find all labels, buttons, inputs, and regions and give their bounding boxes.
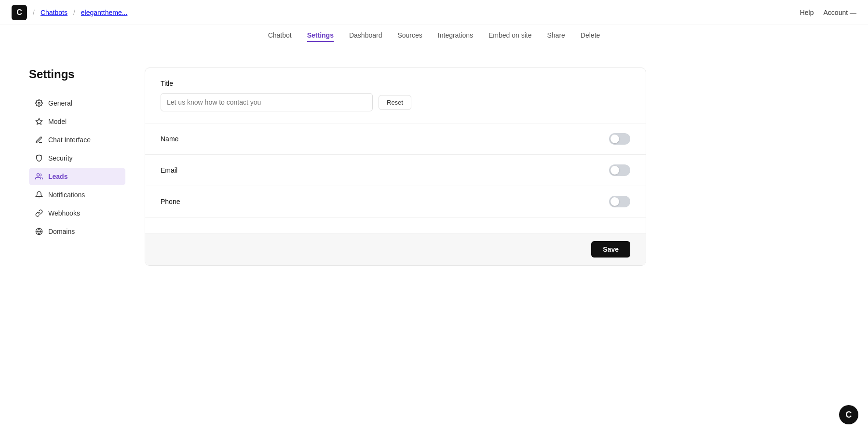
sidebar-item-general[interactable]: General — [29, 95, 125, 112]
name-toggle-row: Name — [145, 123, 646, 155]
tab-chatbot[interactable]: Chatbot — [268, 31, 292, 42]
webhook-icon — [35, 209, 43, 217]
breadcrumb-sep-1: / — [33, 9, 35, 16]
sidebar-item-webhooks[interactable]: Webhooks — [29, 204, 125, 222]
sidebar-label-general: General — [48, 99, 72, 107]
gear-icon — [35, 99, 43, 108]
svg-point-0 — [38, 102, 40, 104]
sidebar-label-chat-interface: Chat Interface — [48, 136, 91, 144]
nav-tabs: Chatbot Settings Dashboard Sources Integ… — [0, 25, 868, 48]
tab-settings[interactable]: Settings — [307, 31, 334, 42]
sidebar-label-model: Model — [48, 118, 67, 125]
page-title: Settings — [29, 68, 125, 81]
sidebar-item-domains[interactable]: Domains — [29, 223, 125, 240]
settings-panel: Title Reset Name Email Phone Save — [145, 68, 646, 266]
bell-icon — [35, 190, 43, 199]
sidebar-label-domains: Domains — [48, 228, 75, 235]
title-section: Title Reset — [145, 68, 646, 123]
breadcrumb-chatbots[interactable]: Chatbots — [41, 9, 68, 16]
help-link[interactable]: Help — [800, 9, 814, 16]
sidebar-item-chat-interface[interactable]: Chat Interface — [29, 131, 125, 149]
tab-delete[interactable]: Delete — [581, 31, 600, 42]
title-input-row: Reset — [161, 93, 630, 111]
phone-label: Phone — [161, 198, 180, 205]
tab-dashboard[interactable]: Dashboard — [349, 31, 382, 42]
topbar-right: Help Account — — [800, 9, 856, 16]
tab-share[interactable]: Share — [547, 31, 565, 42]
breadcrumb-bot[interactable]: eleganttheme... — [81, 9, 128, 16]
email-toggle[interactable] — [609, 164, 630, 176]
sidebar-item-notifications[interactable]: Notifications — [29, 186, 125, 203]
sidebar-item-security[interactable]: Security — [29, 149, 125, 167]
globe-icon — [35, 227, 43, 236]
svg-marker-1 — [36, 118, 42, 124]
sidebar-item-leads[interactable]: Leads — [29, 168, 125, 185]
spacer-row — [145, 217, 646, 233]
email-label: Email — [161, 166, 177, 174]
tab-integrations[interactable]: Integrations — [438, 31, 473, 42]
shield-icon — [35, 154, 43, 163]
main-content: Settings General Model — [0, 48, 675, 285]
sidebar-item-model[interactable]: Model — [29, 113, 125, 130]
svg-point-2 — [37, 174, 39, 176]
phone-toggle-row: Phone — [145, 186, 646, 217]
topbar-left: C / Chatbots / eleganttheme... — [12, 5, 127, 20]
sidebar-label-notifications: Notifications — [48, 191, 85, 199]
name-toggle[interactable] — [609, 133, 630, 145]
panel-footer: Save — [145, 233, 646, 265]
name-label: Name — [161, 135, 178, 143]
leads-icon — [35, 172, 43, 181]
sidebar-label-webhooks: Webhooks — [48, 209, 80, 217]
title-input[interactable] — [161, 93, 373, 111]
email-toggle-row: Email — [145, 155, 646, 186]
phone-toggle[interactable] — [609, 196, 630, 207]
sidebar: Settings General Model — [29, 68, 125, 266]
logo[interactable]: C — [12, 5, 27, 20]
chat-icon — [35, 136, 43, 144]
title-field-label: Title — [161, 80, 630, 87]
tab-embed[interactable]: Embed on site — [488, 31, 532, 42]
model-icon — [35, 117, 43, 126]
save-button[interactable]: Save — [591, 241, 630, 258]
sidebar-label-security: Security — [48, 154, 73, 162]
breadcrumb-sep-2: / — [73, 9, 75, 16]
tab-sources[interactable]: Sources — [397, 31, 422, 42]
account-link[interactable]: Account — — [824, 9, 856, 16]
sidebar-label-leads: Leads — [48, 173, 68, 180]
topbar: C / Chatbots / eleganttheme... Help Acco… — [0, 0, 868, 25]
reset-button[interactable]: Reset — [379, 95, 411, 110]
